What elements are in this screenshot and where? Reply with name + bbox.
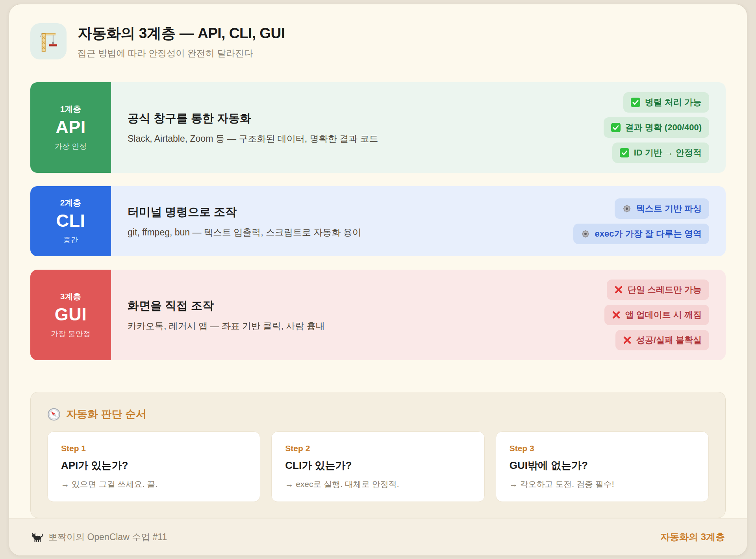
gear-icon	[581, 229, 590, 239]
step-card-3: Step 3 GUI밖에 없는가? → 각오하고 도전. 검증 필수!	[496, 431, 709, 502]
tier-api-sidebar: 1계층 API 가장 안정	[30, 82, 111, 173]
badge-label: 성공/실패 불확실	[636, 334, 702, 346]
decision-title: 자동화 판단 순서	[66, 407, 146, 421]
tier-badge: 성공/실패 불확실	[615, 330, 709, 350]
check-icon	[611, 123, 621, 132]
header: 자동화의 3계층 — API, CLI, GUI 접근 방법에 따라 안정성이 …	[30, 23, 726, 59]
tier-api-text: 공식 창구를 통한 자동화 Slack, Airtable, Zoom 등 — …	[128, 111, 604, 145]
step-answer: → 각오하고 도전. 검증 필수!	[510, 479, 695, 490]
tier-stability: 가장 안정	[55, 141, 87, 152]
gear-icon	[622, 204, 632, 213]
tier-heading: 터미널 명령으로 조작	[128, 204, 561, 220]
footer: 뽀짝이의 OpenClaw 수업 #11 자동화의 3계층	[9, 518, 747, 555]
tier-description: git, ffmpeg, bun — 텍스트 입출력, 스크립트로 자동화 용이	[128, 226, 561, 239]
badge-label: ID 기반 → 안정적	[634, 147, 702, 159]
footer-topic: 자동화의 3계층	[660, 531, 725, 543]
tier-card-api: 1계층 API 가장 안정 공식 창구를 통한 자동화 Slack, Airta…	[30, 82, 726, 173]
tier-badge: 병렬 처리 가능	[623, 92, 709, 113]
compass-icon	[47, 407, 61, 421]
tier-gui-sidebar: 3계층 GUI 가장 불안정	[30, 270, 111, 360]
check-icon	[620, 148, 629, 157]
tier-name: API	[56, 117, 86, 137]
check-icon	[631, 98, 640, 107]
tier-description: 카카오톡, 레거시 앱 — 좌표 기반 클릭, 사람 흉내	[128, 320, 593, 332]
badge-label: exec가 가장 잘 다루는 영역	[595, 228, 702, 240]
tier-badge: ID 기반 → 안정적	[612, 143, 709, 163]
footer-credit: 뽀짝이의 OpenClaw 수업 #11	[31, 531, 167, 543]
badge-label: 단일 스레드만 가능	[628, 284, 702, 296]
tier-badge: 앱 업데이트 시 깨짐	[604, 305, 709, 325]
tier-description: Slack, Airtable, Zoom 등 — 구조화된 데이터, 명확한 …	[128, 133, 592, 145]
decision-steps: Step 1 API가 있는가? → 있으면 그걸 쓰세요. 끝. Step 2…	[47, 431, 709, 502]
header-text: 자동화의 3계층 — API, CLI, GUI 접근 방법에 따라 안정성이 …	[78, 24, 285, 59]
tier-level: 1계층	[60, 104, 82, 115]
step-question: GUI밖에 없는가?	[510, 459, 695, 472]
step-label: Step 2	[285, 444, 471, 453]
page-background: 자동화의 3계층 — API, CLI, GUI 접근 방법에 따라 안정성이 …	[0, 0, 756, 559]
step-label: Step 1	[61, 444, 246, 453]
tier-badge: 텍스트 기반 파싱	[615, 198, 709, 219]
infographic-card: 자동화의 3계층 — API, CLI, GUI 접근 방법에 따라 안정성이 …	[9, 4, 747, 556]
tier-gui-body: 화면을 직접 조작 카카오톡, 레거시 앱 — 좌표 기반 클릭, 사람 흉내 …	[111, 270, 726, 360]
tier-level: 2계층	[60, 197, 82, 208]
tier-badge: exec가 가장 잘 다루는 영역	[573, 224, 709, 244]
tier-cli-badges: 텍스트 기반 파싱 exec가 가장 잘 다루는 영역	[573, 198, 709, 244]
cross-icon	[623, 336, 632, 344]
tier-api-badges: 병렬 처리 가능 결과 명확 (200/400) ID 기반 → 안정적	[604, 92, 709, 163]
badge-label: 앱 업데이트 시 깨짐	[625, 309, 702, 321]
page-subtitle: 접근 방법에 따라 안정성이 완전히 달라진다	[78, 47, 285, 59]
step-question: API가 있는가?	[61, 459, 246, 472]
tier-cli-sidebar: 2계층 CLI 중간	[30, 186, 111, 256]
step-answer: → exec로 실행. 대체로 안정적.	[285, 479, 471, 490]
badge-label: 병렬 처리 가능	[645, 96, 702, 108]
tier-badge: 결과 명확 (200/400)	[604, 117, 709, 138]
step-question: CLI가 있는가?	[285, 459, 471, 472]
tier-heading: 공식 창구를 통한 자동화	[128, 111, 592, 126]
tier-gui-text: 화면을 직접 조작 카카오톡, 레거시 앱 — 좌표 기반 클릭, 사람 흉내	[128, 298, 604, 332]
badge-label: 텍스트 기반 파싱	[636, 203, 702, 215]
black-cat-icon	[31, 531, 43, 543]
tier-card-gui: 3계층 GUI 가장 불안정 화면을 직접 조작 카카오톡, 레거시 앱 — 좌…	[30, 270, 726, 360]
step-label: Step 3	[510, 444, 695, 453]
step-answer: → 있으면 그걸 쓰세요. 끝.	[61, 479, 246, 490]
tier-card-cli: 2계층 CLI 중간 터미널 명령으로 조작 git, ffmpeg, bun …	[30, 186, 726, 256]
decision-header: 자동화 판단 순서	[47, 407, 709, 421]
tier-level: 3계층	[60, 291, 82, 302]
tier-gui-badges: 단일 스레드만 가능 앱 업데이트 시 깨짐 성공/실패 불확실	[604, 280, 709, 350]
tier-stability: 중간	[63, 235, 78, 245]
tier-api-body: 공식 창구를 통한 자동화 Slack, Airtable, Zoom 등 — …	[111, 82, 726, 173]
step-card-1: Step 1 API가 있는가? → 있으면 그걸 쓰세요. 끝.	[47, 431, 260, 502]
step-card-2: Step 2 CLI가 있는가? → exec로 실행. 대체로 안정적.	[271, 431, 484, 502]
cross-icon	[614, 285, 623, 294]
tier-cli-body: 터미널 명령으로 조작 git, ffmpeg, bun — 텍스트 입출력, …	[111, 186, 726, 256]
tier-heading: 화면을 직접 조작	[128, 298, 593, 314]
badge-label: 결과 명확 (200/400)	[625, 122, 702, 133]
page-title: 자동화의 3계층 — API, CLI, GUI	[78, 24, 285, 43]
tier-name: CLI	[56, 211, 85, 231]
crane-icon	[30, 23, 67, 59]
cross-icon	[612, 311, 621, 319]
tier-badge: 단일 스레드만 가능	[607, 280, 709, 300]
footer-credit-text: 뽀짝이의 OpenClaw 수업 #11	[48, 531, 167, 543]
tier-stability: 가장 불안정	[51, 329, 90, 339]
tier-cli-text: 터미널 명령으로 조작 git, ffmpeg, bun — 텍스트 입출력, …	[128, 204, 573, 239]
decision-panel: 자동화 판단 순서 Step 1 API가 있는가? → 있으면 그걸 쓰세요.…	[30, 392, 726, 518]
tier-name: GUI	[55, 304, 87, 325]
